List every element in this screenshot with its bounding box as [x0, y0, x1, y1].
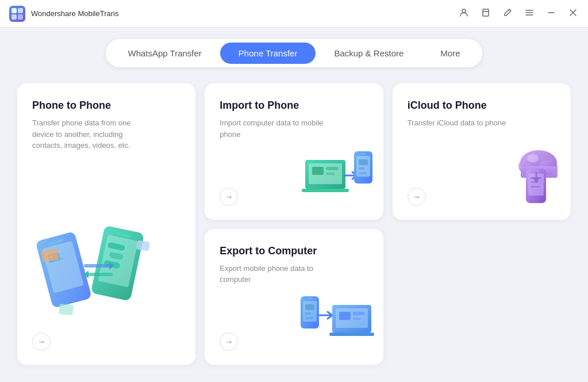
svg-rect-23	[59, 304, 73, 315]
minimize-icon[interactable]	[545, 8, 557, 20]
svg-rect-22	[136, 240, 150, 251]
card-phone-to-phone-arrow[interactable]: →	[32, 333, 51, 351]
svg-rect-17	[84, 264, 113, 268]
card-export-title: Export to Computer	[220, 245, 368, 257]
tab-more[interactable]: More	[422, 43, 478, 64]
export-illustration	[299, 288, 374, 353]
bookmark-icon[interactable]	[480, 8, 491, 20]
svg-rect-0	[11, 8, 17, 13]
card-icloud-to-phone[interactable]: iCloud to Phone Transfer iCloud data to …	[393, 83, 571, 220]
svg-rect-34	[359, 167, 364, 170]
app-logo	[9, 6, 25, 22]
card-export-desc: Export mobile phone data to computer	[220, 263, 323, 285]
svg-rect-52	[305, 317, 313, 319]
card-phone-to-phone-desc: Transfer phone data from one device to a…	[32, 117, 136, 151]
svg-rect-27	[312, 167, 324, 175]
svg-rect-49	[307, 298, 313, 299]
card-icloud-title: iCloud to Phone	[408, 100, 556, 112]
svg-rect-51	[305, 312, 311, 315]
card-import-desc: Import computer data to mobile phone	[220, 117, 323, 140]
svg-rect-55	[329, 333, 374, 336]
svg-rect-46	[531, 186, 540, 188]
menu-icon[interactable]	[524, 8, 535, 20]
svg-point-4	[462, 9, 466, 13]
card-import-arrow[interactable]: →	[220, 188, 238, 206]
svg-rect-58	[353, 318, 361, 320]
card-icloud-arrow[interactable]: →	[408, 188, 426, 206]
svg-rect-50	[305, 304, 314, 310]
card-import-to-phone[interactable]: Import to Phone Import computer data to …	[205, 83, 383, 220]
tab-whatsapp[interactable]: WhatsApp Transfer	[109, 43, 220, 64]
card-phone-to-phone-title: Phone to Phone	[32, 100, 180, 112]
card-export-to-computer[interactable]: Export to Computer Export mobile phone d…	[205, 229, 383, 365]
svg-rect-28	[326, 167, 339, 170]
card-phone-to-phone[interactable]: Phone to Phone Transfer phone data from …	[17, 83, 195, 365]
svg-rect-2	[11, 14, 17, 20]
user-icon[interactable]	[458, 8, 470, 20]
window-controls	[458, 8, 579, 20]
svg-rect-56	[339, 312, 351, 320]
svg-rect-29	[326, 173, 335, 175]
icloud-illustration	[487, 143, 562, 208]
tab-backup[interactable]: Backup & Restore	[316, 43, 422, 64]
import-illustration	[299, 143, 374, 208]
close-icon[interactable]	[567, 8, 579, 20]
edit-icon[interactable]	[502, 8, 513, 20]
svg-rect-57	[353, 312, 364, 315]
phone-to-phone-illustration	[30, 215, 168, 330]
svg-rect-3	[18, 14, 23, 20]
svg-rect-26	[302, 189, 349, 192]
card-icloud-desc: Transfer iCloud data to phone	[408, 117, 511, 129]
title-bar: Wondershare MobileTrans	[0, 0, 588, 28]
svg-rect-32	[360, 153, 366, 154]
nav-tabs: WhatsApp Transfer Phone Transfer Backup …	[106, 39, 482, 67]
svg-rect-35	[359, 172, 367, 174]
cards-grid: Phone to Phone Transfer phone data from …	[17, 83, 571, 365]
card-import-title: Import to Phone	[220, 100, 368, 112]
card-export-arrow[interactable]: →	[220, 333, 238, 351]
svg-rect-1	[18, 8, 23, 13]
svg-rect-43	[533, 170, 539, 172]
app-title: Wondershare MobileTrans	[31, 9, 458, 18]
svg-point-40	[527, 154, 539, 162]
tab-phone[interactable]: Phone Transfer	[220, 43, 316, 64]
main-content: WhatsApp Transfer Phone Transfer Backup …	[0, 28, 588, 382]
svg-rect-5	[483, 9, 489, 16]
svg-rect-45	[531, 181, 539, 183]
svg-rect-33	[359, 159, 368, 165]
